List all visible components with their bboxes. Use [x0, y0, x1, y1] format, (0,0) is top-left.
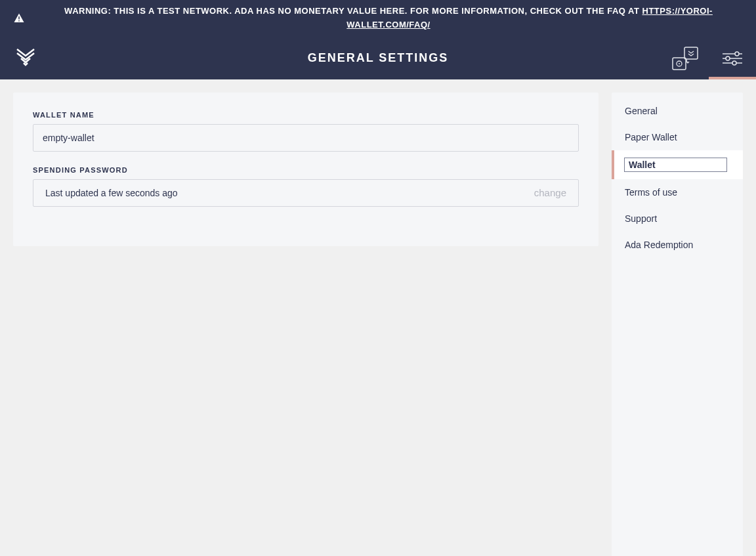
wallet-name-group: WALLET NAME — [33, 111, 579, 152]
svg-point-9 — [735, 52, 739, 56]
settings-button[interactable] — [709, 37, 756, 79]
sidebar-item-label: Paper Wallet — [625, 132, 677, 142]
sidebar-item-terms-of-use[interactable]: Terms of use — [612, 179, 743, 205]
sidebar-item-label: Wallet — [625, 158, 726, 171]
spending-password-row: Last updated a few seconds ago change — [33, 179, 579, 207]
page-body: WALLET NAME SPENDING PASSWORD Last updat… — [0, 79, 756, 556]
sidebar-item-label: Ada Redemption — [625, 240, 693, 250]
sidebar-item-label: Terms of use — [625, 187, 677, 198]
yoroi-logo-icon[interactable] — [16, 47, 35, 70]
sidebar-item-label: General — [625, 106, 658, 116]
svg-point-5 — [679, 63, 680, 64]
daedalus-transfer-button[interactable] — [662, 37, 709, 79]
warning-icon — [13, 12, 25, 24]
svg-point-11 — [732, 61, 736, 65]
spending-password-label: SPENDING PASSWORD — [33, 166, 579, 174]
svg-rect-0 — [18, 16, 20, 20]
spending-password-group: SPENDING PASSWORD Last updated a few sec… — [33, 166, 579, 207]
sidebar-item-wallet[interactable]: Wallet — [612, 150, 743, 179]
app-header: GENERAL SETTINGS — [0, 37, 756, 79]
test-network-warning-banner: WARNING: THIS IS A TEST NETWORK. ADA HAS… — [0, 0, 756, 37]
sidebar-item-label: Support — [625, 213, 657, 224]
sidebar-item-general[interactable]: General — [612, 93, 743, 124]
svg-point-10 — [726, 56, 730, 60]
sidebar-item-paper-wallet[interactable]: Paper Wallet — [612, 124, 743, 150]
change-password-button[interactable]: change — [534, 187, 566, 198]
wallet-settings-card: WALLET NAME SPENDING PASSWORD Last updat… — [13, 93, 598, 246]
wallet-name-input[interactable] — [33, 124, 579, 152]
spending-password-status: Last updated a few seconds ago — [45, 188, 178, 198]
page-title: GENERAL SETTINGS — [308, 51, 449, 65]
sidebar-item-ada-redemption[interactable]: Ada Redemption — [612, 232, 743, 258]
warning-text: WARNING: THIS IS A TEST NETWORK. ADA HAS… — [64, 6, 642, 16]
wallet-name-label: WALLET NAME — [33, 111, 579, 119]
svg-rect-1 — [18, 20, 20, 22]
sidebar-item-support[interactable]: Support — [612, 205, 743, 232]
settings-sidebar: General Paper Wallet Wallet Terms of use… — [612, 93, 743, 556]
